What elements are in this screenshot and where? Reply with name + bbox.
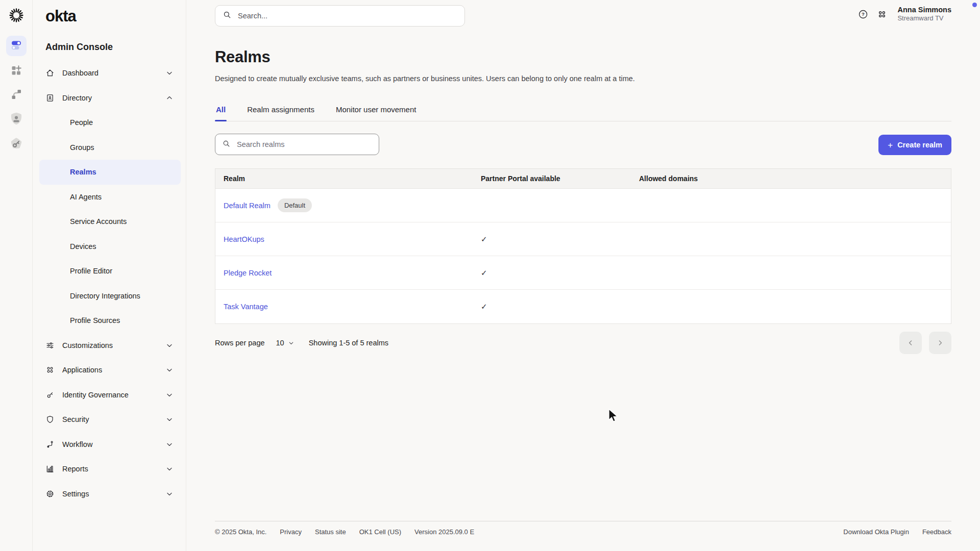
sidebar-item-people[interactable]: People — [39, 110, 181, 135]
table-row-heartokups: HeartOKups ✓ — [215, 222, 951, 256]
table-row-pledge-rocket: Pledge Rocket ✓ — [215, 256, 951, 290]
sidebar-nav: Dashboard Directory People Groups Realms… — [39, 61, 181, 506]
next-page-button[interactable] — [929, 332, 951, 354]
sidebar-item-label: Service Accounts — [70, 217, 127, 226]
sidebar-item-directory-integrations[interactable]: Directory Integrations — [39, 284, 181, 309]
sidebar-item-groups[interactable]: Groups — [39, 135, 181, 160]
user-name: Anna Simmons — [897, 6, 951, 14]
rows-per-page-select[interactable]: 10 — [276, 339, 295, 347]
sidebar-item-profile-sources[interactable]: Profile Sources — [39, 308, 181, 333]
sidebar-item-settings[interactable]: Settings — [39, 482, 181, 507]
sidebar-item-dashboard[interactable]: Dashboard — [39, 61, 181, 86]
chevron-left-icon — [906, 339, 915, 347]
table-header-row: Realm Partner Portal available Allowed d… — [215, 169, 951, 189]
sidebar-item-ai-agents[interactable]: AI Agents — [39, 185, 181, 210]
user-badge-icon — [9, 111, 24, 129]
rail-item-add-apps[interactable] — [6, 61, 27, 82]
page-title: Realms — [215, 48, 271, 66]
tab-realm-assignments[interactable]: Realm assignments — [246, 100, 315, 121]
sidebar-item-label: Profile Editor — [70, 267, 112, 275]
download-okta-plugin-link[interactable]: Download Okta Plugin — [843, 528, 909, 536]
connector-icon — [10, 88, 22, 103]
key-badge-icon — [9, 136, 24, 154]
sidebar-item-devices[interactable]: Devices — [39, 234, 181, 259]
rows-per-page-label: Rows per page — [215, 339, 265, 347]
rail-item-user-badge[interactable] — [6, 110, 27, 130]
sidebar-item-realms[interactable]: Realms — [39, 160, 181, 185]
status-site-link[interactable]: Status site — [315, 528, 346, 536]
sidebar-item-label: Directory Integrations — [70, 292, 140, 300]
chevron-down-icon — [165, 490, 174, 498]
sidebar-item-directory[interactable]: Directory — [39, 86, 181, 111]
tab-all[interactable]: All — [215, 100, 227, 121]
create-realm-button[interactable]: + Create realm — [878, 135, 951, 155]
page-description: Designed to create mutually exclusive te… — [215, 74, 635, 83]
previous-page-button[interactable] — [899, 332, 922, 354]
privacy-link[interactable]: Privacy — [280, 528, 302, 536]
user-menu[interactable]: Anna Simmons Streamward TV — [897, 6, 951, 22]
sidebar-item-label: Customizations — [62, 341, 113, 349]
search-icon — [222, 139, 231, 150]
bar-chart-icon — [45, 464, 55, 473]
sidebar-item-label: Dashboard — [62, 69, 99, 77]
sidebar-item-profile-editor[interactable]: Profile Editor — [39, 259, 181, 284]
plus-icon: + — [888, 141, 893, 149]
home-icon — [45, 68, 55, 78]
search-icon — [223, 10, 232, 21]
sidebar-item-workflow[interactable]: Workflow — [39, 432, 181, 457]
chevron-down-icon — [165, 391, 174, 399]
sidebar-item-label: Settings — [62, 490, 89, 498]
chevron-down-icon — [165, 465, 174, 473]
chevron-down-icon — [165, 69, 174, 77]
okta-wordmark[interactable]: okta — [45, 7, 76, 26]
chevron-down-icon — [288, 340, 295, 346]
global-search-input[interactable] — [237, 11, 457, 20]
sidebar-item-identity-governance[interactable]: Identity Governance — [39, 383, 181, 408]
sidebar-item-label: Realms — [70, 168, 96, 176]
chevron-up-icon — [165, 94, 174, 102]
sidebar-item-customizations[interactable]: Customizations — [39, 333, 181, 358]
realm-link[interactable]: Default Realm — [224, 202, 271, 210]
search-realms-input[interactable] — [236, 140, 372, 149]
realms-table: Realm Partner Portal available Allowed d… — [215, 168, 951, 324]
pagination-bar: Rows per page 10 Showing 1-5 of 5 realms — [215, 332, 951, 354]
help-icon[interactable]: ? — [857, 9, 869, 20]
sidebar-item-label: Devices — [70, 242, 96, 251]
workflow-icon — [45, 440, 55, 449]
sidebar-item-label: AI Agents — [70, 193, 102, 201]
user-org: Streamward TV — [897, 14, 951, 22]
pagination-summary: Showing 1-5 of 5 realms — [309, 339, 388, 347]
chevron-down-icon — [165, 341, 174, 349]
sidebar-item-service-accounts[interactable]: Service Accounts — [39, 209, 181, 234]
sidebar-item-applications[interactable]: Applications — [39, 358, 181, 383]
realm-link[interactable]: Task Vantage — [224, 303, 268, 311]
table-row-default-realm: Default Realm Default — [215, 189, 951, 222]
grid-plus-icon — [10, 64, 22, 79]
realm-link[interactable]: HeartOKups — [224, 235, 264, 243]
cell-label: OK1 Cell (US) — [359, 528, 401, 536]
rail-item-admin-console[interactable] — [6, 36, 27, 56]
sidebar-item-label: Workflow — [62, 440, 92, 448]
sidebar-item-reports[interactable]: Reports — [39, 457, 181, 482]
version-label: Version 2025.09.0 E — [414, 528, 474, 536]
sliders-icon — [45, 341, 55, 350]
sidebar-item-security[interactable]: Security — [39, 407, 181, 432]
chevron-right-icon — [936, 339, 944, 347]
checkmark-icon: ✓ — [481, 235, 487, 243]
apps-grid-icon[interactable] — [876, 9, 888, 20]
copyright-text: © 2025 Okta, Inc. — [215, 528, 266, 536]
realm-link[interactable]: Pledge Rocket — [224, 269, 272, 277]
rail-item-key-badge[interactable] — [6, 135, 27, 155]
directory-card-icon — [45, 93, 55, 103]
column-header-realm: Realm — [215, 174, 481, 183]
okta-spinner-logo-icon — [8, 7, 24, 23]
global-search[interactable] — [215, 5, 465, 27]
sidebar-item-label: Directory — [62, 94, 92, 102]
column-header-partner-portal: Partner Portal available — [481, 174, 639, 183]
tab-monitor-user-movement[interactable]: Monitor user movement — [335, 100, 418, 121]
checkmark-icon: ✓ — [481, 268, 487, 277]
rail-item-workflow-connector[interactable] — [6, 85, 27, 106]
checkmark-icon: ✓ — [481, 302, 487, 311]
feedback-link[interactable]: Feedback — [922, 528, 951, 536]
search-realms[interactable] — [215, 134, 379, 155]
